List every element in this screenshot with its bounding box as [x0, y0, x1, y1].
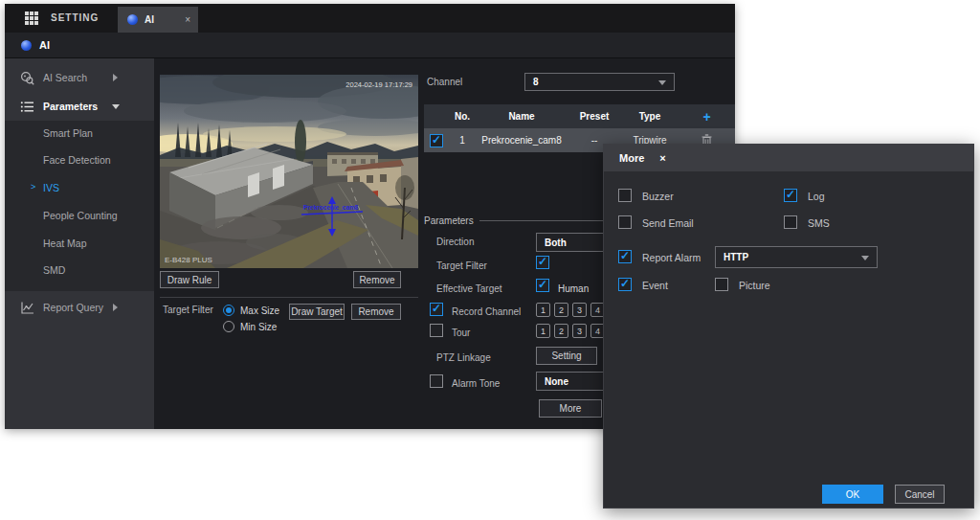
selected-chevron-icon: > [31, 182, 35, 192]
event-label: Event [642, 280, 668, 291]
sidebar-item-parameters[interactable]: Parameters [5, 93, 154, 120]
camera-preview[interactable]: Prekrocenie_cam8 2024-02-19 17:17:29 E-B… [160, 75, 418, 268]
tour-channel-1[interactable]: 1 [536, 324, 550, 338]
alarm-tone-label: Alarm Tone [452, 378, 500, 389]
direction-label: Direction [436, 237, 474, 247]
sidebar-item-label: IVS [43, 182, 59, 193]
ai-search-icon [20, 71, 34, 85]
effective-target-label: Effective Target [436, 283, 502, 294]
event-checkbox[interactable] [618, 278, 632, 291]
cell-name: Prekrocenie_cam8 [476, 135, 568, 146]
more-button[interactable]: More [539, 399, 602, 418]
target-filter-label: Target Filter [163, 305, 213, 315]
sidebar-item-label: SMD [43, 264, 65, 276]
add-rule-icon[interactable]: + [702, 109, 710, 124]
sidebar-item-heat-map[interactable]: Heat Map [5, 230, 154, 257]
max-size-radio[interactable] [223, 305, 234, 316]
cell-no: 1 [449, 135, 476, 146]
sidebar-item-report-query[interactable]: Report Query [5, 294, 154, 321]
tab-ai-label: AI [145, 14, 154, 25]
log-checkbox[interactable] [784, 189, 797, 202]
picture-checkbox[interactable] [715, 278, 728, 291]
send-email-checkbox[interactable] [618, 215, 632, 229]
sidebar-item-label: Face Detection [43, 154, 111, 166]
sidebar: AI Search Parameters Smart Plan Face Det… [5, 58, 154, 429]
camera-scene: Prekrocenie_cam8 2024-02-19 17:17:29 E-B… [160, 75, 418, 268]
screen: SETTING AI × AI AI Search [0, 0, 980, 520]
remove-rule-button[interactable]: Remove [353, 271, 401, 288]
record-channel-checkbox[interactable] [430, 303, 443, 316]
ptz-linkage-label: PTZ Linkage [436, 352, 491, 363]
sidebar-item-people-counting[interactable]: People Counting [5, 202, 154, 229]
osd-camera-name: E-B428 PLUS [165, 256, 212, 264]
min-size-label: Min Size [240, 322, 277, 332]
chevron-down-icon [658, 80, 666, 85]
ptz-setting-button[interactable]: Setting [536, 347, 597, 365]
col-preset: Preset [568, 111, 621, 122]
tab-ai[interactable]: AI × [118, 7, 198, 33]
buzzer-checkbox[interactable] [618, 189, 632, 202]
send-email-label: Send Email [642, 217, 694, 229]
sidebar-item-label: Parameters [43, 101, 98, 112]
tour-checkbox[interactable] [430, 324, 443, 337]
max-size-label: Max Size [240, 305, 279, 316]
page-title: AI [39, 39, 50, 51]
ok-button[interactable]: OK [822, 485, 883, 504]
channel-dropdown[interactable]: 8 [524, 73, 675, 91]
log-label: Log [808, 191, 825, 202]
record-channel-2[interactable]: 2 [554, 303, 568, 317]
report-alarm-label: Report Alarm [642, 252, 701, 263]
expand-right-icon [113, 304, 118, 311]
record-channel-1[interactable]: 1 [536, 303, 550, 317]
col-type: Type [621, 111, 679, 122]
row-checkbox[interactable] [430, 134, 443, 147]
close-icon[interactable]: × [659, 152, 665, 164]
sms-checkbox[interactable] [784, 215, 797, 229]
ai-orb-icon [21, 40, 32, 51]
more-dialog-titlebar: More × [604, 145, 973, 171]
sidebar-item-smd[interactable]: SMD [5, 257, 154, 283]
human-checkbox[interactable] [536, 279, 549, 292]
sidebar-item-ivs[interactable]: > IVS [5, 174, 154, 201]
human-label: Human [558, 283, 589, 294]
more-dialog: More × Buzzer Log Send Email SMS Report … [603, 144, 974, 509]
sidebar-item-ai-search[interactable]: AI Search [5, 64, 154, 91]
direction-value: Both [545, 237, 567, 248]
tripwire-rule-label: Prekrocenie_cam8 [303, 204, 359, 211]
top-tab-strip: SETTING AI × [5, 4, 735, 33]
page-header: AI [5, 33, 735, 58]
target-filter-param-label: Target Filter [436, 260, 487, 271]
channel-label: Channel [427, 77, 462, 87]
sidebar-item-label: Heat Map [43, 237, 87, 249]
sidebar-item-smart-plan[interactable]: Smart Plan [5, 120, 154, 147]
divider [160, 297, 418, 298]
setting-menu-label[interactable]: SETTING [51, 12, 99, 23]
draw-target-button[interactable]: Draw Target [289, 304, 345, 320]
report-alarm-dropdown[interactable]: HTTP [715, 246, 878, 268]
tour-channel-3[interactable]: 3 [572, 324, 587, 338]
tab-close-icon[interactable]: × [185, 14, 190, 25]
osd-timestamp: 2024-02-19 17:17:29 [345, 80, 412, 89]
parameters-list-icon [20, 100, 34, 114]
record-channel-3[interactable]: 3 [572, 303, 587, 317]
sms-label: SMS [808, 217, 830, 229]
record-channel-label: Record Channel [452, 306, 521, 317]
tour-label: Tour [452, 328, 470, 338]
buzzer-label: Buzzer [642, 191, 674, 202]
report-alarm-checkbox[interactable] [618, 250, 632, 263]
draw-rule-button[interactable]: Draw Rule [160, 271, 219, 288]
channel-value: 8 [533, 77, 539, 87]
expand-right-icon [113, 74, 118, 81]
min-size-radio[interactable] [223, 321, 234, 332]
alarm-tone-value: None [545, 376, 568, 387]
report-alarm-value: HTTP [724, 252, 748, 262]
collapse-down-icon [112, 104, 120, 109]
target-filter-checkbox[interactable] [536, 256, 549, 269]
cancel-button[interactable]: Cancel [895, 485, 945, 504]
sidebar-item-face-detection[interactable]: Face Detection [5, 147, 154, 173]
tour-channel-2[interactable]: 2 [554, 324, 568, 338]
alarm-tone-checkbox[interactable] [430, 374, 443, 388]
apps-grid-icon[interactable] [25, 11, 38, 25]
report-query-icon [20, 301, 34, 315]
remove-target-button[interactable]: Remove [351, 304, 401, 320]
